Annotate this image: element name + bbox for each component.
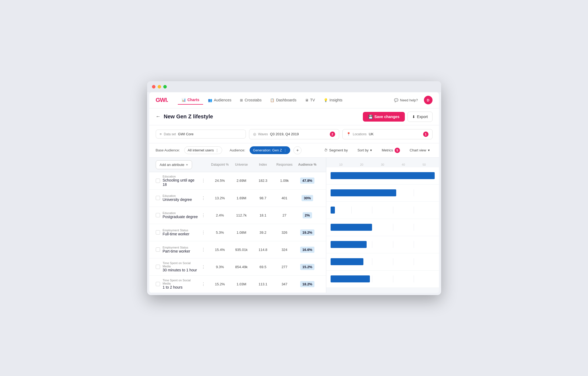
row-name-5: 30 minutes to 1 hour — [163, 268, 200, 272]
nav-item-tv[interactable]: 🖥 TV — [301, 95, 319, 105]
row-cells-6: 15.2% 1.03M 113.1 347 18.2% — [209, 281, 320, 287]
row-menu-0[interactable]: ⋮ — [200, 177, 207, 184]
chart-view-button[interactable]: Chart view ▾ — [407, 147, 432, 154]
locations-value: UK — [369, 132, 374, 136]
back-button[interactable]: ← — [156, 114, 161, 119]
row-menu-2[interactable]: ⋮ — [200, 212, 207, 219]
table-header-row: Add an attribute + Datapoint % Universe … — [149, 158, 326, 172]
cell-responses-1: 401 — [274, 196, 295, 200]
add-attribute-button[interactable]: Add an attribute + — [156, 160, 192, 169]
audience-value-5: 15.2% — [300, 264, 314, 270]
dataset-label: Data set — [164, 132, 176, 136]
cell-responses-4: 324 — [274, 248, 295, 252]
chart-view-chevron-icon: ▾ — [428, 148, 430, 152]
chat-icon: 💬 — [394, 98, 398, 102]
charts-icon: 📊 — [182, 98, 186, 102]
table-row: Employment Status Full-time worker ⋮ 5.3… — [149, 224, 326, 241]
need-help-button[interactable]: 💬 Need help? — [391, 97, 421, 104]
row-checkbox-4[interactable] — [156, 247, 160, 252]
cell-datapoint-0: 24.5% — [209, 179, 231, 183]
row-category-2: Education — [163, 211, 200, 215]
nav-label-audiences: Audiences — [214, 98, 231, 102]
column-headers: Datapoint % Universe Index Responses Aud… — [209, 163, 320, 166]
bar-wrapper-2 — [331, 207, 435, 214]
location-icon: 📍 — [346, 132, 351, 136]
row-menu-1[interactable]: ⋮ — [200, 194, 207, 202]
content-area: Add an attribute + Datapoint % Universe … — [149, 158, 439, 293]
row-name-0: Schooling until age 18 — [163, 178, 200, 187]
dataset-filter[interactable]: ≡ Data set GWI Core — [156, 130, 246, 139]
row-menu-3[interactable]: ⋮ — [200, 229, 207, 236]
locations-filter[interactable]: 📍 Locations UK 1 — [342, 129, 433, 139]
cell-audience-4: 16.6% — [295, 247, 320, 253]
export-label: Export — [417, 115, 428, 119]
base-audience-chip[interactable]: All internet users ⋮ — [184, 146, 222, 154]
add-audience-button[interactable]: + — [293, 146, 302, 154]
cell-universe-4: 935.01k — [231, 248, 252, 252]
chart-bar-row-3 — [326, 219, 439, 236]
metrics-button[interactable]: Metrics 5 — [379, 146, 403, 155]
user-avatar[interactable]: D — [424, 96, 433, 104]
cell-responses-3: 326 — [274, 230, 295, 235]
nav-item-dashboards[interactable]: 📋 Dashboards — [266, 95, 300, 105]
row-name-4: Part-time worker — [163, 249, 200, 253]
table-row: Time Spent on Social Media 30 minutes to… — [149, 258, 326, 276]
chart-bar-row-4 — [326, 236, 439, 253]
base-chip-label: All internet users — [188, 148, 214, 152]
row-category-4: Employment Status — [163, 246, 200, 249]
nav-item-crosstabs[interactable]: ⊞ Crosstabs — [236, 95, 265, 105]
row-menu-4[interactable]: ⋮ — [200, 246, 207, 253]
nav-label-tv: TV — [310, 98, 315, 102]
dot-yellow[interactable] — [158, 85, 161, 88]
row-checkbox-5[interactable] — [156, 265, 160, 269]
logo-dot: . — [167, 97, 168, 103]
row-menu-6[interactable]: ⋮ — [200, 281, 207, 288]
row-checkbox-1[interactable] — [156, 196, 160, 200]
save-changes-button[interactable]: 💾 Save changes — [363, 112, 405, 122]
bar-1 — [331, 189, 396, 196]
cell-index-5: 69.5 — [252, 265, 274, 269]
row-name-1: University degree — [163, 197, 200, 202]
col-header-index: Index — [252, 163, 274, 166]
audience-controls: ⏱ Segment by Sort by ▾ Metrics 5 Chart v… — [321, 146, 433, 155]
bar-wrapper-4 — [331, 241, 435, 248]
logo: GWI. — [156, 97, 168, 104]
export-button[interactable]: ⬇ Export — [408, 112, 432, 122]
bar-wrapper-1 — [331, 189, 435, 196]
table-row: Education Postgraduate degree ⋮ 2.4% 112… — [149, 207, 326, 224]
audience-chip[interactable]: Generation: Gen Z ⋮ — [250, 146, 291, 154]
row-menu-5[interactable]: ⋮ — [200, 263, 207, 271]
cell-responses-2: 27 — [274, 213, 295, 217]
row-label-4: Employment Status Part-time worker — [163, 246, 200, 253]
nav-item-audiences[interactable]: 👥 Audiences — [204, 95, 235, 105]
dot-green[interactable] — [163, 85, 167, 88]
bar-4 — [331, 241, 367, 248]
row-checkbox-2[interactable] — [156, 213, 160, 217]
row-checkbox-3[interactable] — [156, 230, 160, 235]
cell-index-0: 182.3 — [252, 179, 274, 183]
nav-item-insights[interactable]: 💡 Insights — [320, 95, 346, 105]
audience-value-3: 19.2% — [300, 229, 314, 236]
cell-index-2: 18.1 — [252, 213, 274, 217]
row-checkbox-0[interactable] — [156, 179, 160, 183]
segment-by-label: Segment by — [329, 148, 348, 152]
cell-universe-2: 112.7k — [231, 213, 252, 217]
save-label: Save changes — [374, 115, 399, 119]
cell-universe-6: 1.03M — [231, 282, 252, 286]
chart-bar-row-6 — [326, 271, 439, 288]
segment-by-button[interactable]: ⏱ Segment by — [321, 147, 350, 154]
nav-right: 💬 Need help? D — [391, 96, 433, 104]
row-checkbox-6[interactable] — [156, 282, 160, 286]
dot-red[interactable] — [152, 85, 155, 88]
sort-by-button[interactable]: Sort by ▾ — [355, 147, 375, 154]
metrics-badge: 5 — [395, 148, 400, 153]
audience-value-6: 18.2% — [300, 281, 314, 287]
axis-label-20: 20 — [351, 163, 372, 166]
need-help-label: Need help? — [400, 98, 418, 102]
col-header-universe: Universe — [231, 163, 252, 166]
nav-item-charts[interactable]: 📊 Charts — [178, 95, 203, 105]
cell-datapoint-1: 13.2% — [209, 196, 231, 200]
table-rows: Education Schooling until age 18 ⋮ 24.5%… — [149, 172, 326, 293]
row-name-3: Full-time worker — [163, 232, 200, 236]
waves-filter[interactable]: ◎ Waves Q3 2019, Q4 2019 2 — [249, 129, 339, 139]
